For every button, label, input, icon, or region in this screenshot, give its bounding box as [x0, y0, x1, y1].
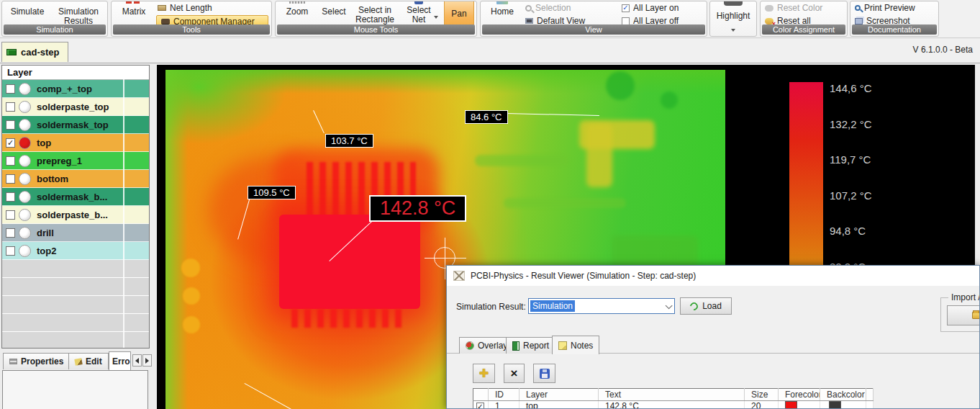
- layer-color-dot[interactable]: [19, 101, 31, 113]
- layer-color-dot[interactable]: [19, 155, 31, 167]
- thermal-trace: [475, 155, 568, 166]
- layer-row-top2[interactable]: ✓ top2: [2, 242, 149, 260]
- checkbox-empty-icon: ✓: [622, 17, 630, 25]
- col-size[interactable]: Size: [745, 389, 779, 401]
- reset-color-button[interactable]: Reset Color: [765, 2, 822, 14]
- add-note-button[interactable]: ✚: [473, 364, 495, 383]
- layer-color-dot[interactable]: [19, 173, 31, 185]
- layer-color-dot[interactable]: [19, 137, 31, 149]
- home-button[interactable]: Home: [484, 1, 521, 26]
- select-tool-button[interactable]: Select: [317, 1, 350, 26]
- tab-scroll-left-button[interactable]: [132, 354, 142, 367]
- thermal-trace: [612, 235, 698, 267]
- row-checkbox[interactable]: ✓: [476, 403, 484, 409]
- tab-notes[interactable]: Notes: [552, 336, 599, 354]
- thermal-pad: [181, 259, 200, 277]
- ribbon-group-color-assignment: Reset Color × Reset all Color Assignment: [760, 1, 848, 37]
- ribbon-group-mouse-tools: Zoom Select Select in Rectangle Select N…: [275, 1, 477, 37]
- layer-checkbox[interactable]: ✓: [6, 84, 15, 94]
- forecolor-swatch[interactable]: [785, 401, 797, 409]
- tab-edit[interactable]: Edit: [68, 353, 109, 369]
- result-viewer-dialog: PCBI-Physics - Result Viewer (Simulation…: [446, 265, 980, 409]
- layer-color-dot[interactable]: [19, 83, 31, 95]
- layer-row-comp-top[interactable]: ✓ comp_+_top: [2, 80, 149, 98]
- checkbox-checked-icon: ✓: [622, 4, 630, 12]
- layer-row-solderpaste-bottom[interactable]: ✓ solderpaste_b...: [2, 206, 149, 224]
- layer-row-soldermask-bottom[interactable]: ✓ soldermask_b...: [2, 188, 149, 206]
- tab-cad-step[interactable]: cad-step: [1, 42, 68, 62]
- note-icon: [558, 341, 567, 350]
- layer-color-dot[interactable]: [19, 191, 31, 203]
- layer-checkbox[interactable]: ✓: [6, 156, 15, 166]
- select-net-button[interactable]: Select Net: [399, 1, 438, 26]
- thermal-pad: [183, 316, 200, 333]
- zoom-tool-button[interactable]: Zoom: [278, 1, 316, 26]
- cell-id: 1: [489, 401, 520, 409]
- temperature-annotation[interactable]: 84.6 °C: [465, 110, 508, 124]
- layer-checkbox[interactable]: ✓: [6, 138, 15, 148]
- layer-checkbox[interactable]: ✓: [6, 246, 15, 256]
- ribbon-group-label: Mouse Tools: [277, 24, 475, 35]
- col-backcolor[interactable]: Backcolor: [820, 389, 866, 401]
- cell-text: 142.8 °C: [599, 401, 745, 409]
- delete-note-button[interactable]: ×: [504, 364, 525, 383]
- table-row[interactable]: ✓ 1 top 142.8 °C 20: [473, 401, 874, 409]
- layer-row-prepreg-1[interactable]: ✓ prepreg_1: [2, 152, 149, 170]
- screenshot-icon: [855, 18, 863, 24]
- simulate-button[interactable]: Simulate: [5, 1, 50, 26]
- layer-checkbox[interactable]: ✓: [6, 102, 15, 112]
- temperature-annotation[interactable]: 103.7 °C: [325, 134, 373, 148]
- component-manager-icon: [161, 19, 170, 24]
- load-button[interactable]: Load: [680, 297, 732, 315]
- net-length-icon: [158, 5, 166, 11]
- dialog-title-bar[interactable]: PCBI-Physics - Result Viewer (Simulation…: [447, 266, 979, 286]
- ribbon-group-simulation: Simulate Simulation Results Simulation: [1, 1, 108, 37]
- selection-button[interactable]: Selection: [525, 2, 571, 14]
- reset-color-icon: [765, 5, 773, 12]
- import-button[interactable]: Imp: [947, 305, 980, 325]
- plus-icon: ✚: [479, 368, 489, 379]
- simulation-result-combobox[interactable]: Simulation: [528, 298, 675, 314]
- layer-color-dot[interactable]: [19, 119, 31, 131]
- layer-checkbox[interactable]: ✓: [6, 120, 15, 130]
- net-length-button[interactable]: Net Length: [158, 2, 212, 14]
- annotation-leader-line: [245, 383, 317, 409]
- highlight-button[interactable]: Highlight: [712, 1, 755, 35]
- col-text[interactable]: Text: [599, 389, 745, 401]
- ribbon-group-view: Home Selection Default View ✓ All Layer …: [480, 1, 707, 37]
- properties-icon: [9, 359, 17, 364]
- select-in-rectangle-button[interactable]: Select in Rectangle: [352, 1, 398, 26]
- col-forecolor[interactable]: Forecolor: [779, 389, 820, 401]
- layer-checkbox[interactable]: ✓: [6, 174, 15, 184]
- dialog-title: PCBI-Physics - Result Viewer (Simulation…: [471, 271, 696, 281]
- simulation-result-label: Simulation Result:: [456, 302, 526, 312]
- layer-row-solderpaste-top[interactable]: ✓ solderpaste_top: [2, 98, 149, 116]
- save-notes-button[interactable]: [533, 364, 555, 383]
- tab-report[interactable]: Report: [506, 337, 555, 354]
- temperature-annotation[interactable]: 109.5 °C: [248, 186, 296, 199]
- layer-color-dot[interactable]: [19, 209, 31, 221]
- col-layer[interactable]: Layer: [520, 389, 599, 401]
- col-id[interactable]: ID: [489, 389, 520, 401]
- temperature-annotation-max[interactable]: 142.8 °C: [369, 195, 466, 222]
- layer-color-dot[interactable]: [19, 227, 31, 239]
- layer-checkbox[interactable]: ✓: [6, 210, 15, 220]
- backcolor-swatch[interactable]: [829, 401, 841, 409]
- layer-row-top[interactable]: ✓ top: [2, 134, 149, 152]
- ribbon-group-label: Documentation: [852, 24, 937, 35]
- matrix-button[interactable]: Matrix: [114, 1, 153, 26]
- layer-row-drill[interactable]: ✓ drill: [2, 224, 149, 242]
- layer-color-dot[interactable]: [19, 245, 31, 257]
- tab-properties[interactable]: Properties: [3, 353, 70, 369]
- tab-errors[interactable]: Erro: [109, 351, 131, 370]
- layer-row-soldermask-top[interactable]: ✓ soldermask_top: [2, 116, 149, 134]
- all-layer-on-checkbox[interactable]: ✓ All Layer on: [622, 2, 679, 14]
- layer-row-bottom[interactable]: ✓ bottom: [2, 170, 149, 188]
- layer-checkbox[interactable]: ✓: [6, 192, 15, 202]
- print-preview-button[interactable]: Print Preview: [855, 2, 915, 14]
- tab-scroll-right-button[interactable]: [142, 354, 152, 367]
- ribbon-group-label: View: [482, 24, 705, 35]
- simulation-results-button[interactable]: Simulation Results: [51, 1, 106, 26]
- version-label: V 6.1.0.0 - Beta: [913, 45, 973, 55]
- layer-checkbox[interactable]: ✓: [6, 228, 15, 238]
